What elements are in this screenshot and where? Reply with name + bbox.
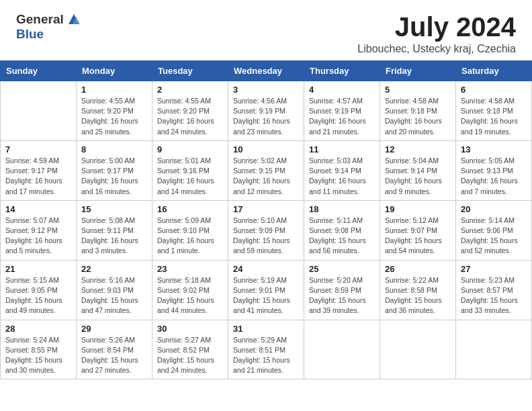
day-info: Sunrise: 4:55 AM Sunset: 9:20 PM Dayligh… (81, 96, 147, 137)
day-number: 9 (157, 144, 223, 154)
day-number: 18 (309, 204, 375, 214)
day-info: Sunrise: 5:09 AM Sunset: 9:10 PM Dayligh… (157, 216, 223, 257)
day-info: Sunrise: 4:59 AM Sunset: 9:17 PM Dayligh… (5, 156, 71, 197)
day-number: 13 (461, 144, 527, 154)
calendar-day-header: Friday (380, 61, 456, 81)
calendar-day-cell: 8Sunrise: 5:00 AM Sunset: 9:17 PM Daylig… (77, 140, 152, 200)
calendar-empty-cell (1, 81, 77, 141)
page-header: General Blue July 2024 Libouchec, Usteck… (0, 0, 532, 60)
logo: General Blue (16, 12, 81, 42)
calendar-day-cell: 22Sunrise: 5:16 AM Sunset: 9:03 PM Dayli… (77, 260, 152, 320)
calendar-day-cell: 16Sunrise: 5:09 AM Sunset: 9:10 PM Dayli… (152, 200, 228, 260)
calendar-day-cell: 26Sunrise: 5:22 AM Sunset: 8:58 PM Dayli… (380, 260, 456, 320)
logo-general-text: General (16, 12, 64, 27)
calendar-day-cell: 1Sunrise: 4:55 AM Sunset: 9:20 PM Daylig… (77, 81, 152, 141)
day-info: Sunrise: 5:15 AM Sunset: 9:05 PM Dayligh… (5, 275, 71, 316)
day-number: 12 (385, 144, 451, 154)
calendar-week-row: 1Sunrise: 4:55 AM Sunset: 9:20 PM Daylig… (1, 81, 532, 141)
calendar-day-cell: 23Sunrise: 5:18 AM Sunset: 9:02 PM Dayli… (152, 260, 228, 320)
day-number: 20 (461, 204, 527, 214)
day-number: 10 (233, 144, 299, 154)
day-info: Sunrise: 5:26 AM Sunset: 8:54 PM Dayligh… (81, 335, 147, 376)
calendar-day-header: Sunday (1, 61, 77, 81)
calendar-day-header: Saturday (456, 61, 532, 81)
day-info: Sunrise: 5:07 AM Sunset: 9:12 PM Dayligh… (5, 216, 71, 257)
day-info: Sunrise: 4:57 AM Sunset: 9:19 PM Dayligh… (309, 96, 375, 137)
day-number: 25 (309, 264, 375, 274)
day-info: Sunrise: 4:56 AM Sunset: 9:19 PM Dayligh… (233, 96, 299, 137)
calendar-day-cell: 15Sunrise: 5:08 AM Sunset: 9:11 PM Dayli… (77, 200, 152, 260)
day-number: 4 (309, 85, 375, 95)
day-info: Sunrise: 5:00 AM Sunset: 9:17 PM Dayligh… (81, 156, 147, 197)
day-number: 24 (233, 264, 299, 274)
day-info: Sunrise: 5:22 AM Sunset: 8:58 PM Dayligh… (385, 275, 451, 316)
month-title: July 2024 (357, 12, 516, 42)
day-number: 16 (157, 204, 223, 214)
day-number: 17 (233, 204, 299, 214)
calendar-empty-cell (456, 320, 532, 379)
day-number: 5 (385, 85, 451, 95)
day-number: 2 (157, 85, 223, 95)
day-info: Sunrise: 4:58 AM Sunset: 9:18 PM Dayligh… (461, 96, 527, 137)
day-number: 7 (5, 144, 71, 154)
calendar-day-cell: 9Sunrise: 5:01 AM Sunset: 9:16 PM Daylig… (152, 140, 228, 200)
calendar-day-cell: 24Sunrise: 5:19 AM Sunset: 9:01 PM Dayli… (228, 260, 304, 320)
day-info: Sunrise: 5:03 AM Sunset: 9:14 PM Dayligh… (309, 156, 375, 197)
calendar-week-row: 7Sunrise: 4:59 AM Sunset: 9:17 PM Daylig… (1, 140, 532, 200)
calendar-header-row: SundayMondayTuesdayWednesdayThursdayFrid… (1, 61, 532, 81)
calendar-day-cell: 29Sunrise: 5:26 AM Sunset: 8:54 PM Dayli… (77, 320, 152, 379)
calendar-day-cell: 10Sunrise: 5:02 AM Sunset: 9:15 PM Dayli… (228, 140, 304, 200)
day-number: 29 (81, 324, 147, 334)
day-number: 31 (233, 324, 299, 334)
day-info: Sunrise: 5:10 AM Sunset: 9:09 PM Dayligh… (233, 216, 299, 257)
calendar-day-cell: 11Sunrise: 5:03 AM Sunset: 9:14 PM Dayli… (304, 140, 380, 200)
calendar-empty-cell (380, 320, 456, 379)
logo-blue-text: Blue (16, 27, 44, 41)
calendar-empty-cell (304, 320, 380, 379)
calendar-table: SundayMondayTuesdayWednesdayThursdayFrid… (0, 60, 532, 379)
calendar-day-cell: 19Sunrise: 5:12 AM Sunset: 9:07 PM Dayli… (380, 200, 456, 260)
day-number: 27 (461, 264, 527, 274)
calendar-day-cell: 6Sunrise: 4:58 AM Sunset: 9:18 PM Daylig… (456, 81, 532, 141)
day-info: Sunrise: 5:04 AM Sunset: 9:14 PM Dayligh… (385, 156, 451, 197)
calendar-day-header: Wednesday (228, 61, 304, 81)
calendar-day-cell: 18Sunrise: 5:11 AM Sunset: 9:08 PM Dayli… (304, 200, 380, 260)
day-number: 22 (81, 264, 147, 274)
day-info: Sunrise: 5:11 AM Sunset: 9:08 PM Dayligh… (309, 216, 375, 257)
day-info: Sunrise: 5:29 AM Sunset: 8:51 PM Dayligh… (233, 335, 299, 376)
day-info: Sunrise: 5:27 AM Sunset: 8:52 PM Dayligh… (157, 335, 223, 376)
day-number: 15 (81, 204, 147, 214)
calendar-week-row: 21Sunrise: 5:15 AM Sunset: 9:05 PM Dayli… (1, 260, 532, 320)
day-number: 28 (5, 324, 71, 334)
logo-icon (66, 12, 81, 27)
day-info: Sunrise: 5:12 AM Sunset: 9:07 PM Dayligh… (385, 216, 451, 257)
calendar-day-header: Thursday (304, 61, 380, 81)
calendar-day-cell: 2Sunrise: 4:55 AM Sunset: 9:20 PM Daylig… (152, 81, 228, 141)
calendar-day-cell: 14Sunrise: 5:07 AM Sunset: 9:12 PM Dayli… (1, 200, 77, 260)
day-number: 26 (385, 264, 451, 274)
day-number: 11 (309, 144, 375, 154)
day-info: Sunrise: 5:18 AM Sunset: 9:02 PM Dayligh… (157, 275, 223, 316)
day-info: Sunrise: 5:23 AM Sunset: 8:57 PM Dayligh… (461, 275, 527, 316)
day-info: Sunrise: 5:08 AM Sunset: 9:11 PM Dayligh… (81, 216, 147, 257)
calendar-day-cell: 7Sunrise: 4:59 AM Sunset: 9:17 PM Daylig… (1, 140, 77, 200)
calendar-day-cell: 13Sunrise: 5:05 AM Sunset: 9:13 PM Dayli… (456, 140, 532, 200)
calendar-day-cell: 12Sunrise: 5:04 AM Sunset: 9:14 PM Dayli… (380, 140, 456, 200)
location-title: Libouchec, Ustecky kraj, Czechia (357, 43, 516, 55)
day-info: Sunrise: 4:58 AM Sunset: 9:18 PM Dayligh… (385, 96, 451, 137)
calendar-day-cell: 30Sunrise: 5:27 AM Sunset: 8:52 PM Dayli… (152, 320, 228, 379)
day-info: Sunrise: 5:24 AM Sunset: 8:55 PM Dayligh… (5, 335, 71, 376)
calendar-day-cell: 21Sunrise: 5:15 AM Sunset: 9:05 PM Dayli… (1, 260, 77, 320)
calendar-day-cell: 5Sunrise: 4:58 AM Sunset: 9:18 PM Daylig… (380, 81, 456, 141)
calendar-week-row: 14Sunrise: 5:07 AM Sunset: 9:12 PM Dayli… (1, 200, 532, 260)
day-number: 21 (5, 264, 71, 274)
day-number: 30 (157, 324, 223, 334)
calendar-day-cell: 28Sunrise: 5:24 AM Sunset: 8:55 PM Dayli… (1, 320, 77, 379)
day-number: 1 (81, 85, 147, 95)
calendar-day-cell: 17Sunrise: 5:10 AM Sunset: 9:09 PM Dayli… (228, 200, 304, 260)
calendar-day-cell: 25Sunrise: 5:20 AM Sunset: 8:59 PM Dayli… (304, 260, 380, 320)
calendar-week-row: 28Sunrise: 5:24 AM Sunset: 8:55 PM Dayli… (1, 320, 532, 379)
calendar-day-cell: 3Sunrise: 4:56 AM Sunset: 9:19 PM Daylig… (228, 81, 304, 141)
day-info: Sunrise: 5:02 AM Sunset: 9:15 PM Dayligh… (233, 156, 299, 197)
day-number: 14 (5, 204, 71, 214)
